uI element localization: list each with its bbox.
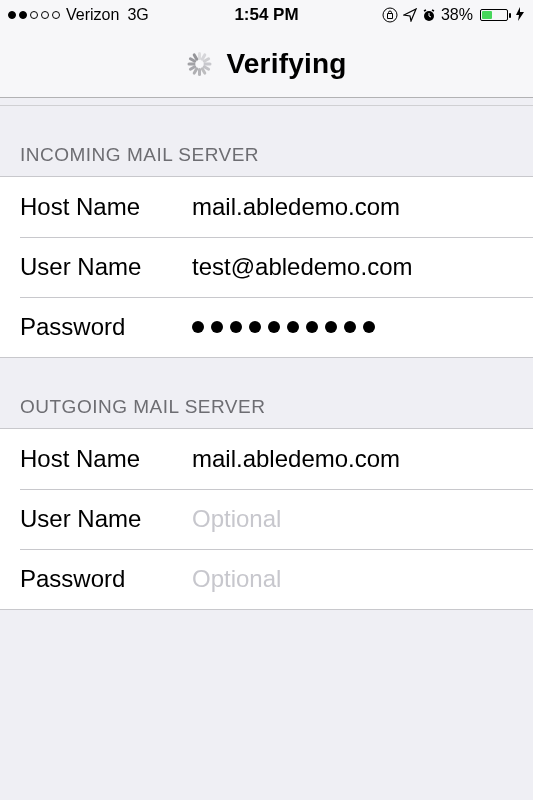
incoming-username-input[interactable] bbox=[192, 253, 533, 281]
status-right: 38% bbox=[382, 6, 525, 24]
password-label: Password bbox=[20, 565, 192, 593]
nav-shadow bbox=[0, 98, 533, 106]
incoming-list: Host Name User Name Password bbox=[0, 176, 533, 358]
hostname-label: Host Name bbox=[20, 193, 192, 221]
outgoing-username-input[interactable] bbox=[192, 505, 533, 533]
incoming-password-input[interactable] bbox=[192, 321, 533, 333]
carrier-label: Verizon bbox=[66, 6, 119, 24]
orientation-lock-icon bbox=[382, 7, 398, 23]
row-outgoing-user[interactable]: User Name bbox=[0, 489, 533, 549]
password-label: Password bbox=[20, 313, 192, 341]
row-incoming-host[interactable]: Host Name bbox=[0, 177, 533, 237]
status-left: Verizon 3G bbox=[8, 6, 149, 24]
hostname-label: Host Name bbox=[20, 445, 192, 473]
svg-point-0 bbox=[383, 8, 397, 22]
row-outgoing-host[interactable]: Host Name bbox=[0, 429, 533, 489]
row-outgoing-password[interactable]: Password bbox=[0, 549, 533, 609]
battery-icon bbox=[480, 9, 508, 21]
alarm-icon bbox=[422, 8, 436, 22]
outgoing-hostname-input[interactable] bbox=[192, 445, 533, 473]
activity-spinner-icon bbox=[186, 51, 212, 77]
nav-title: Verifying bbox=[226, 48, 346, 80]
incoming-hostname-input[interactable] bbox=[192, 193, 533, 221]
section-header-outgoing: OUTGOING MAIL SERVER bbox=[0, 358, 533, 428]
section-header-incoming: INCOMING MAIL SERVER bbox=[0, 106, 533, 176]
nav-bar: Verifying bbox=[0, 30, 533, 98]
username-label: User Name bbox=[20, 505, 192, 533]
battery-percent-label: 38% bbox=[441, 6, 473, 24]
username-label: User Name bbox=[20, 253, 192, 281]
charging-icon bbox=[515, 7, 525, 24]
network-label: 3G bbox=[127, 6, 148, 24]
location-icon bbox=[403, 8, 417, 22]
row-incoming-password[interactable]: Password bbox=[0, 297, 533, 357]
row-incoming-user[interactable]: User Name bbox=[0, 237, 533, 297]
status-bar: Verizon 3G 1:54 PM 38% bbox=[0, 0, 533, 30]
outgoing-password-input[interactable] bbox=[192, 565, 533, 593]
signal-strength bbox=[8, 11, 60, 19]
outgoing-list: Host Name User Name Password bbox=[0, 428, 533, 610]
